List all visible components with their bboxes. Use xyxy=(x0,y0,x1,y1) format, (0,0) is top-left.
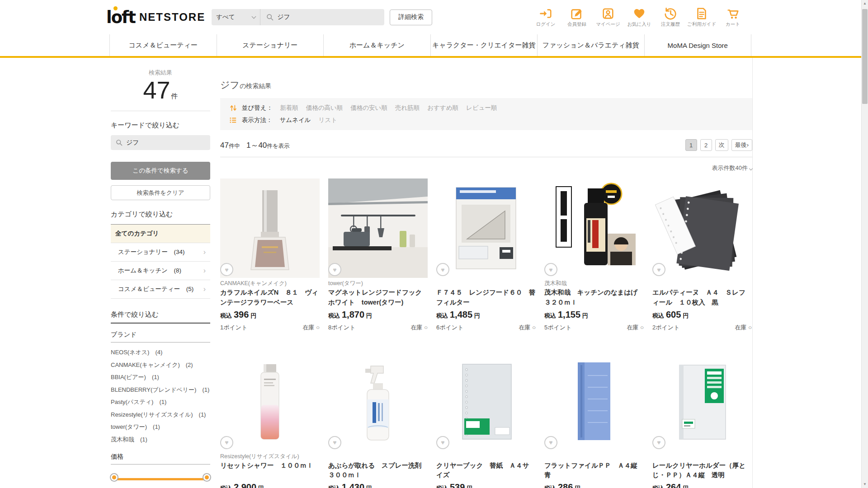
yen-label: 円 xyxy=(474,312,480,319)
search-category-value: すべて xyxy=(216,13,235,21)
nav-item-1[interactable]: ステーショナリー xyxy=(217,34,324,56)
favorite-heart-icon[interactable]: ♥ xyxy=(220,263,233,276)
brand-item-5[interactable]: Resizestyle(リサイズスタイル) (1) xyxy=(111,408,210,421)
quicklink-register[interactable]: 会員登録 xyxy=(564,7,590,28)
brand-item-1[interactable]: CANMAKE(キャンメイク) (2) xyxy=(111,359,210,371)
product-card[interactable]: ♥茂木和哉茂木和哉 キッチンのなまはげ ３２０ｍｌ税込1,155円5ポイント在庫… xyxy=(544,178,644,332)
product-price: 税込2,900円 xyxy=(220,482,320,488)
product-price: 税込1,870円 xyxy=(328,310,428,320)
pagination-button-次[interactable]: 次 xyxy=(715,139,728,151)
sort-option-4[interactable]: おすすめ順 xyxy=(427,104,458,112)
register-icon xyxy=(570,7,584,20)
category-item-2[interactable]: コスメ＆ビューティー (5)› xyxy=(111,280,210,299)
product-card[interactable]: ♥クリヤーブック 替紙 Ａ４サイズ税込539円 xyxy=(436,352,536,488)
product-brand xyxy=(652,280,752,288)
product-card[interactable]: ♥tower(タワー)マグネットレンジフードフック ホワイト tower(タワー… xyxy=(328,178,428,332)
scrollbar-thumb[interactable] xyxy=(862,9,868,104)
chevron-right-icon: › xyxy=(203,267,206,274)
per-page-selector[interactable]: 表示件数40件 xyxy=(220,164,752,172)
pagination-button-1[interactable]: 1 xyxy=(685,139,697,151)
favorite-heart-icon[interactable]: ♥ xyxy=(328,263,341,276)
category-item-0[interactable]: ステーショナリー (34)› xyxy=(111,243,210,262)
favorite-heart-icon[interactable]: ♥ xyxy=(436,436,449,449)
brand-item-6[interactable]: tower(タワー) (1) xyxy=(111,421,210,433)
product-card[interactable]: ♥エルパティーヌ Ａ４ Ｓレフィール １０枚入 黒税込605円2ポイント在庫 ○ xyxy=(652,178,752,332)
product-card[interactable]: ♥Ｆ７４５ レンジフード６０ 替フィルター税込1,485円6ポイント在庫 ○ xyxy=(436,178,536,332)
favorite-heart-icon[interactable]: ♥ xyxy=(436,263,449,276)
product-image-nail-polish: ♥ xyxy=(220,178,320,278)
scrollbar-up-arrow[interactable]: ▲ xyxy=(862,0,868,7)
product-card[interactable]: ♥レールクリヤーホルダー（厚とじ・ＰＰ）Ａ４縦 透明税込264円 xyxy=(652,352,752,488)
product-name: カラフルネイルズN ８１ ヴィンテージフラワーベース xyxy=(220,288,320,308)
product-card[interactable]: ♥フラットファイルＰＰ Ａ４縦 青税込286円 xyxy=(544,352,644,488)
price-amount: 2,900 xyxy=(234,482,256,488)
favorite-heart-icon[interactable]: ♥ xyxy=(328,436,341,449)
sort-option-5[interactable]: レビュー順 xyxy=(466,104,497,112)
price-amount: 264 xyxy=(666,482,681,488)
view-option-1[interactable]: リスト xyxy=(319,116,337,124)
product-card[interactable]: ♥Resizestyle(リサイズスタイル)リセットシャワー １００ｍｌ税込2,… xyxy=(220,352,320,488)
product-card[interactable]: ♥CANMAKE(キャンメイク)カラフルネイルズN ８１ ヴィンテージフラワーベ… xyxy=(220,178,320,332)
category-all-item[interactable]: 全てのカテゴリ xyxy=(111,224,210,243)
quicklink-login[interactable]: ログイン xyxy=(533,7,559,28)
nav-item-3[interactable]: キャラクター・クリエイター雑貨 xyxy=(430,34,538,56)
favorite-heart-icon[interactable]: ♥ xyxy=(220,436,233,449)
clear-filters-button[interactable]: 検索条件をクリア xyxy=(111,185,210,200)
tax-included-label: 税込 xyxy=(220,485,232,488)
tax-included-label: 税込 xyxy=(544,485,556,488)
favorite-heart-icon[interactable]: ♥ xyxy=(652,263,665,276)
keyword-search-input[interactable] xyxy=(126,139,206,146)
tax-included-label: 税込 xyxy=(652,312,664,319)
header-search-input[interactable] xyxy=(277,14,379,21)
price-slider-max-handle[interactable] xyxy=(203,474,210,481)
view-option-0[interactable]: サムネイル xyxy=(280,116,311,124)
category-item-label: ステーショナリー (34) xyxy=(118,248,184,256)
price-amount: 1,485 xyxy=(450,310,472,319)
search-category-select[interactable]: すべて xyxy=(212,9,260,25)
brand-heading: ブランド xyxy=(111,331,210,343)
quicklink-history[interactable]: 注文履歴 xyxy=(657,7,684,28)
quicklink-guide[interactable]: ご利用ガイド xyxy=(689,7,715,28)
chevron-right-icon: › xyxy=(203,286,206,293)
nav-item-5[interactable]: MoMA Design Store xyxy=(644,34,752,56)
brand-item-4[interactable]: Pasty(パスティ) (1) xyxy=(111,396,210,408)
brand-item-7[interactable]: 茂木和哉 (1) xyxy=(111,433,210,446)
product-name: クリヤーブック 替紙 Ａ４サイズ xyxy=(436,461,536,481)
product-name: レールクリヤーホルダー（厚とじ・ＰＰ）Ａ４縦 透明 xyxy=(652,461,752,481)
sort-option-1[interactable]: 価格の高い順 xyxy=(306,104,343,112)
advanced-search-button[interactable]: 詳細検索 xyxy=(390,9,432,25)
sort-option-0[interactable]: 新着順 xyxy=(280,104,298,112)
category-item-1[interactable]: ホーム＆キッチン (8)› xyxy=(111,262,210,280)
chevron-down-icon xyxy=(749,167,753,170)
quicklink-favorites[interactable]: お気に入り xyxy=(626,7,652,28)
pagination-button-最後›[interactable]: 最後› xyxy=(731,139,752,151)
product-brand: 茂木和哉 xyxy=(544,280,644,288)
favorite-heart-icon[interactable]: ♥ xyxy=(544,263,557,276)
header-search-field xyxy=(260,13,384,21)
scrollbar[interactable]: ▲ ▼ xyxy=(861,0,868,488)
brand-item-3[interactable]: BLENDBERRY(ブレンドベリー) (1) xyxy=(111,384,210,396)
product-name: Ｆ７４５ レンジフード６０ 替フィルター xyxy=(436,288,536,308)
nav-item-4[interactable]: ファッション＆バラエティ雑貨 xyxy=(537,34,644,56)
sort-option-2[interactable]: 価格の安い順 xyxy=(350,104,387,112)
pagination-button-2[interactable]: 2 xyxy=(700,139,712,151)
apply-filters-button[interactable]: この条件で検索する xyxy=(111,162,210,180)
favorite-heart-icon[interactable]: ♥ xyxy=(652,436,665,449)
product-image-range-hood: ♥ xyxy=(328,178,428,278)
brand-item-0[interactable]: NEOS(ネオス) (4) xyxy=(111,346,210,359)
product-price: 税込1,155円 xyxy=(544,310,644,320)
view-row: 表示方法： サムネイルリスト xyxy=(229,116,743,124)
brand-item-2[interactable]: BBIA(ビアー) (1) xyxy=(111,371,210,384)
yen-label: 円 xyxy=(467,485,472,488)
category-item-label: ホーム＆キッチン (8) xyxy=(118,267,181,275)
loft-logo[interactable]: loft NETSTORE xyxy=(106,8,205,27)
nav-item-2[interactable]: ホーム＆キッチン xyxy=(323,34,430,56)
product-card[interactable]: ♥あぶらが取れる スプレー洗剤 ３００ｍｌ税込1,430円 xyxy=(328,352,428,488)
price-amount: 396 xyxy=(234,310,249,319)
favorite-heart-icon[interactable]: ♥ xyxy=(544,436,557,449)
scrollbar-down-arrow[interactable]: ▼ xyxy=(862,481,868,488)
sort-option-3[interactable]: 売れ筋順 xyxy=(395,104,420,112)
quicklink-mypage[interactable]: マイページ xyxy=(595,7,621,28)
quicklink-cart[interactable]: カート xyxy=(720,7,746,28)
nav-item-0[interactable]: コスメ＆ビューティー xyxy=(109,34,217,56)
